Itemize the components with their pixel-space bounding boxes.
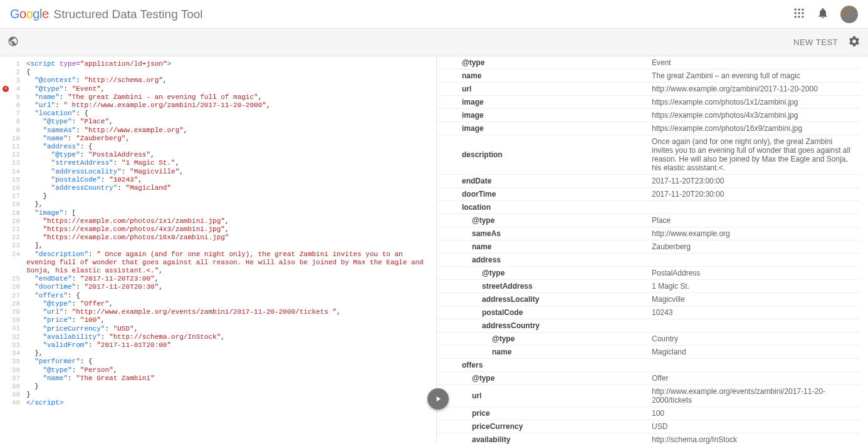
result-row[interactable]: streetAddress1 Magic St.	[437, 280, 860, 293]
result-row[interactable]: @typePostalAddress	[437, 267, 860, 280]
result-key: @type	[437, 267, 647, 280]
result-row[interactable]: nameThe great Zambini – an evening full …	[437, 70, 860, 83]
svg-point-1	[798, 9, 800, 11]
code-line: <script type="application/ld+json">	[26, 60, 431, 68]
result-key: endDate	[437, 175, 647, 188]
code-line: "streetAddress": "1 Magic St.",	[26, 159, 431, 167]
globe-icon[interactable]	[8, 36, 19, 49]
new-test-button[interactable]: NEW TEST	[793, 38, 838, 47]
result-key: @type	[437, 214, 647, 227]
result-row[interactable]: endDate2017-11-20T23:00:00	[437, 175, 860, 188]
code-line: "priceCurrency": "USD",	[26, 325, 431, 333]
notifications-icon[interactable]	[817, 7, 829, 21]
toolbar-right: NEW TEST	[793, 35, 860, 49]
code-line: "https://example.com/photos/4x3/zambini.…	[26, 225, 431, 234]
result-value: Place	[647, 214, 860, 227]
gear-icon[interactable]	[848, 35, 860, 49]
code-line: "address": {	[26, 143, 431, 151]
results-table: @typeEventnameThe great Zambini – an eve…	[437, 56, 860, 444]
result-row[interactable]: @typeOffer	[437, 372, 860, 385]
code-line: {	[26, 68, 431, 76]
result-row[interactable]: addressCountry	[437, 319, 860, 333]
code-line: "location": {	[26, 110, 431, 118]
result-key: url	[437, 83, 647, 96]
result-row[interactable]: nameMagicland	[437, 346, 860, 359]
code-line: "sameAs": "http://www.example.org",	[26, 126, 431, 135]
result-key: name	[437, 346, 647, 359]
results-pane: @typeEventnameThe great Zambini – an eve…	[437, 56, 868, 444]
code-line: "addressLocality": "Magicville",	[26, 168, 431, 176]
result-row[interactable]: address	[437, 254, 860, 267]
result-row[interactable]: doorTime2017-11-20T20:30:00	[437, 188, 860, 201]
error-marker-icon[interactable]: ✕	[3, 86, 9, 92]
result-value	[647, 359, 860, 372]
code-line: "addressCountry": "Magicland"	[26, 184, 431, 192]
result-value: USD	[647, 420, 860, 433]
result-key: image	[437, 96, 647, 109]
result-row[interactable]: offers	[437, 359, 860, 372]
result-value: 2017-11-20T20:30:00	[647, 188, 860, 201]
result-key: priceCurrency	[437, 420, 647, 433]
code-line: "validFrom": "2017-11-01T20:00"	[26, 341, 431, 349]
result-row[interactable]: imagehttps://example.com/photos/16x9/zam…	[437, 122, 860, 135]
result-row[interactable]: @typeEvent	[437, 56, 860, 70]
result-key: name	[437, 240, 647, 254]
app-title: Structured Data Testing Tool	[54, 8, 203, 21]
result-key: @type	[437, 56, 647, 70]
header-left: Google Structured Data Testing Tool	[10, 7, 203, 21]
result-row[interactable]: price100	[437, 407, 860, 420]
code-line: "@context": "http://schema.org",	[26, 76, 431, 85]
avatar[interactable]	[840, 6, 858, 23]
result-row[interactable]: urlhttp://www.example.org/zambini/2017-1…	[437, 83, 860, 96]
code-line: "@type": "Place",	[26, 118, 431, 126]
code-pane: 1234✕56789101112131415161718192021222324…	[0, 56, 437, 444]
result-value: https://example.com/photos/16x9/zambini.…	[647, 122, 860, 135]
result-row[interactable]: addressLocalityMagicville	[437, 293, 860, 306]
code-line: "https://example.com/photos/1x1/zambini.…	[26, 217, 431, 225]
run-button[interactable]	[427, 388, 449, 410]
result-value: Country	[647, 333, 860, 346]
result-row[interactable]: urlhttp://www.example.org/events/zambini…	[437, 385, 860, 407]
header-right	[793, 6, 858, 23]
result-key: image	[437, 109, 647, 122]
result-value	[647, 201, 860, 214]
result-value	[647, 319, 860, 333]
toolbar-left	[8, 36, 19, 49]
result-row[interactable]: nameZauberberg	[437, 240, 860, 254]
result-key: name	[437, 70, 647, 83]
result-value: Event	[647, 56, 860, 70]
code-line: }	[26, 383, 431, 391]
result-row[interactable]: sameAshttp://www.example.org	[437, 227, 860, 240]
code-line: "availability": "http://schema.org/InSto…	[26, 333, 431, 341]
result-row[interactable]: descriptionOnce again (and for one night…	[437, 135, 860, 175]
code-line: }	[26, 192, 431, 200]
result-value: Magicville	[647, 293, 860, 306]
result-key: sameAs	[437, 227, 647, 240]
result-value: http://www.example.org	[647, 227, 860, 240]
code-line: "@type": "Person",	[26, 366, 431, 374]
result-row[interactable]: location	[437, 201, 860, 214]
result-value: Zauberberg	[647, 240, 860, 254]
result-key: address	[437, 254, 647, 267]
result-key: doorTime	[437, 188, 647, 201]
code-line: },	[26, 200, 431, 209]
code-line: "name": "Zauberberg",	[26, 135, 431, 143]
result-row[interactable]: imagehttps://example.com/photos/1x1/zamb…	[437, 96, 860, 109]
code-line: }	[26, 391, 431, 399]
svg-point-7	[798, 16, 800, 18]
result-row[interactable]: priceCurrencyUSD	[437, 420, 860, 433]
apps-icon[interactable]	[793, 7, 805, 21]
result-value: 1 Magic St.	[647, 280, 860, 293]
content: 1234✕56789101112131415161718192021222324…	[0, 56, 868, 444]
result-key: addressLocality	[437, 293, 647, 306]
result-row[interactable]: @typePlace	[437, 214, 860, 227]
result-row[interactable]: postalCode10243	[437, 306, 860, 319]
svg-point-8	[802, 16, 803, 18]
code-editor[interactable]: <script type="application/ld+json">{ "@c…	[24, 56, 436, 444]
result-row[interactable]: @typeCountry	[437, 333, 860, 346]
code-line: "price": "100",	[26, 316, 431, 324]
result-key: image	[437, 122, 647, 135]
code-line: "postalCode": "10243",	[26, 176, 431, 184]
result-row[interactable]: imagehttps://example.com/photos/4x3/zamb…	[437, 109, 860, 122]
result-row[interactable]: availabilityhttp://schema.org/InStock	[437, 433, 860, 445]
